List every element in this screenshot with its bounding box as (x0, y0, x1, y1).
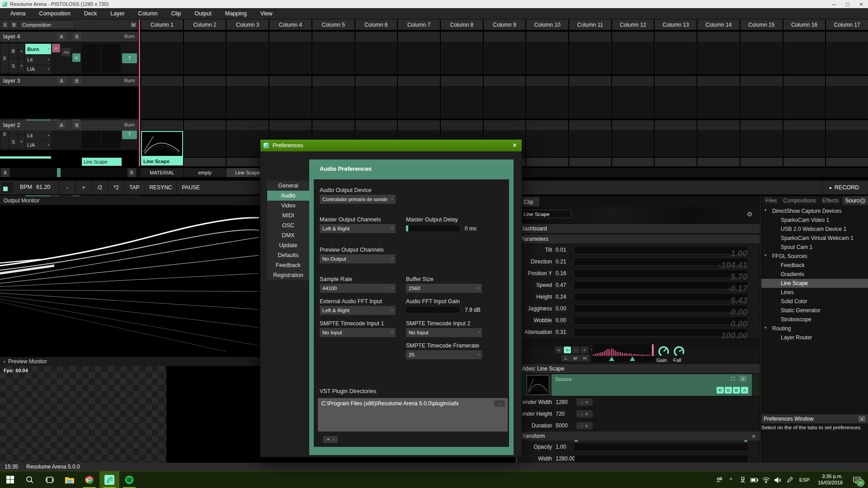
tree-item[interactable]: Line Scape (761, 279, 868, 288)
layer3-a-button[interactable]: A (57, 77, 66, 84)
clip-cell[interactable] (355, 42, 397, 74)
layer4-transition-button[interactable]: T (122, 53, 137, 63)
prop-stepper[interactable]: -+ (576, 422, 593, 429)
tree-item[interactable]: Lines (761, 288, 868, 297)
transform-slider[interactable] (575, 444, 747, 450)
prop-value[interactable]: 1280 (556, 399, 575, 405)
preview-output-channels-select[interactable]: No Output▾ (320, 254, 396, 263)
column-header[interactable]: Column 5 (312, 19, 354, 30)
dialog-close-icon[interactable]: ✕ (512, 142, 517, 149)
browser-tab[interactable]: Effects (820, 196, 841, 205)
layer3-down-icon[interactable]: ▼ (19, 135, 24, 149)
parameter-value[interactable]: 0.21 (556, 258, 575, 265)
tree-item[interactable]: Layer Router (761, 333, 868, 342)
layer2-header[interactable]: layer 2 A B Burn (0, 120, 138, 131)
clip-cell[interactable] (355, 87, 397, 118)
column-header[interactable]: Column 6 (355, 19, 397, 30)
crossfader-a-button[interactable]: A (1, 168, 9, 177)
remove-icon[interactable]: - (333, 437, 334, 442)
smpte-framerate-select[interactable]: 25▾ (406, 350, 482, 359)
tree-item[interactable]: SparkoCam Virtual Webcam 1 (761, 234, 868, 243)
fft-gain-slider[interactable] (406, 307, 459, 313)
parameter-slider[interactable] (575, 294, 747, 300)
bpm-button[interactable]: - (59, 181, 75, 194)
column-header[interactable]: Column 14 (698, 19, 740, 30)
layer3-lia-dropdown[interactable]: LIA▾ (25, 141, 51, 150)
menu-item[interactable]: Deck (77, 10, 104, 17)
layer4-audio-button[interactable]: A (52, 44, 60, 52)
layer2-a-button[interactable]: A (57, 122, 66, 129)
layer4-clear-button[interactable]: X (1, 44, 8, 73)
tree-item[interactable]: SparkoCam Video 1 (761, 216, 868, 225)
clip-cell[interactable] (141, 87, 183, 118)
parameter-slider[interactable] (575, 305, 747, 312)
fullscreen-icon[interactable]: ⛶ (731, 376, 735, 382)
layer4-lia-dropdown[interactable]: LIA▾ (25, 65, 51, 74)
band-low[interactable]: L (565, 356, 567, 361)
layer2-b-button[interactable]: B (72, 122, 81, 129)
clip-cell[interactable] (184, 131, 226, 157)
menu-item[interactable]: View (254, 10, 279, 17)
master-output-channels-select[interactable]: Left & Right▾ (320, 224, 396, 233)
prop-stepper[interactable]: -+ (576, 399, 593, 406)
parameter-slider[interactable] (575, 317, 747, 324)
close-icon[interactable]: ✕ (854, 0, 868, 8)
selected-clip-thumbnail[interactable] (141, 131, 183, 157)
layer4-a-button[interactable]: A (57, 33, 66, 40)
smpte1-select[interactable]: No Input▾ (320, 328, 396, 337)
layer3-b-button[interactable]: B (72, 77, 81, 84)
menu-item[interactable]: Composition (32, 10, 77, 17)
record-button[interactable]: ● RECORD (822, 181, 859, 194)
collapse-chevron-icon[interactable]: ▾ (4, 360, 5, 364)
chrome-icon[interactable] (80, 471, 99, 488)
layer4-down-icon[interactable]: ▼ (19, 59, 24, 73)
buffer-size-select[interactable]: 2560▾ (406, 284, 482, 293)
parameter-value[interactable]: 0.00 (556, 317, 575, 324)
task-view-icon[interactable] (40, 471, 60, 488)
dialog-tab[interactable]: General (267, 181, 309, 191)
clip-cell[interactable] (569, 42, 611, 74)
spotify-icon[interactable] (119, 471, 139, 488)
layer4-blend-dropdown[interactable]: Burn▾ (25, 44, 51, 54)
column-header[interactable]: Column 15 (741, 19, 783, 30)
clip-cell[interactable] (526, 42, 568, 74)
hamburger-icon[interactable]: ≡ (752, 433, 755, 440)
clip-cell[interactable] (569, 87, 611, 118)
source-close-icon[interactable]: x (740, 376, 746, 381)
column-header[interactable]: Column 1 (141, 19, 183, 30)
dialog-tab[interactable]: Defaults (267, 250, 309, 260)
selected-clip-label[interactable]: Line Scape (141, 157, 183, 165)
clip-cell[interactable] (141, 42, 183, 74)
layer4-b-button[interactable]: B (72, 33, 81, 40)
band-selector[interactable]: L M H (561, 355, 590, 361)
column-header[interactable]: Column 9 (484, 19, 526, 30)
people-icon[interactable] (714, 472, 724, 488)
clip-name-input[interactable]: Line Scape (521, 210, 571, 218)
tree-item[interactable]: Stroboscope (761, 315, 868, 324)
clip-cell[interactable] (269, 87, 311, 118)
composition-m-button[interactable]: M (129, 20, 137, 29)
tree-item[interactable]: Static Generator (761, 306, 868, 315)
parameter-slider[interactable] (575, 270, 747, 277)
column-header[interactable]: Column 12 (612, 19, 654, 30)
prop-value[interactable]: 5000 (556, 422, 575, 429)
parameter-slider[interactable] (575, 282, 747, 289)
clip-cell[interactable] (441, 87, 483, 118)
file-explorer-icon[interactable] (60, 471, 80, 488)
clip-cell[interactable] (226, 42, 269, 74)
battery-icon[interactable] (750, 472, 760, 488)
clip-cell[interactable] (526, 131, 568, 157)
source-thumbnail[interactable] (527, 375, 549, 395)
transform-value[interactable]: 1280.00 (556, 455, 575, 462)
minimize-icon[interactable]: — (827, 0, 841, 8)
channel-button[interactable]: A (741, 387, 748, 394)
clip-cell[interactable] (655, 131, 697, 157)
prop-value[interactable]: 720 (556, 411, 575, 417)
browser-tab[interactable]: Compositions (780, 196, 819, 205)
clip-cell[interactable] (612, 131, 654, 157)
pen-icon[interactable] (785, 472, 795, 488)
sources-panel-divider[interactable] (760, 196, 761, 463)
clip-cell[interactable] (698, 87, 740, 118)
tree-item[interactable]: Solid Color (761, 297, 868, 306)
dialog-tab[interactable]: MIDI (267, 211, 309, 221)
